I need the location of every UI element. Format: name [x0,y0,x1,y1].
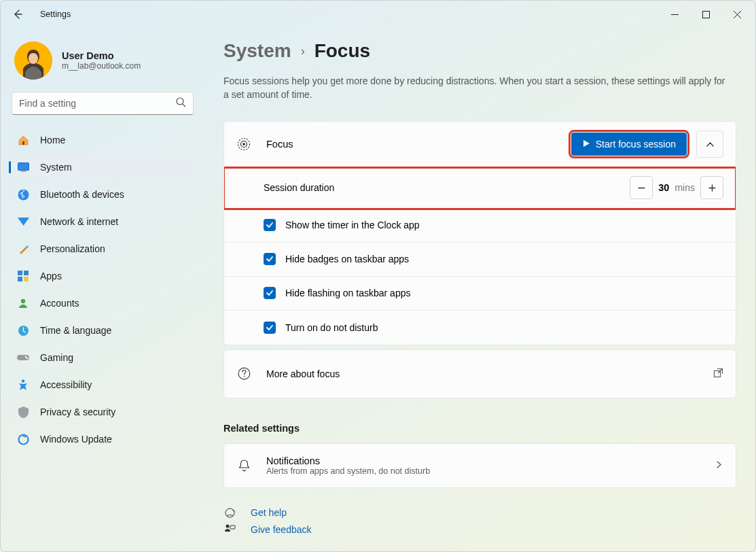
nav-label: Gaming [40,352,73,363]
session-duration-row: Session duration 30 mins [224,168,736,209]
nav-apps[interactable]: Apps [9,263,196,289]
svg-point-21 [242,143,245,145]
nav-home[interactable]: Home [9,127,196,153]
related-settings-heading: Related settings [223,423,736,434]
notifications-subtitle: Alerts from apps and system, do not dist… [266,466,430,476]
nav-label: Privacy & security [40,407,115,417]
svg-rect-4 [22,141,24,145]
collapse-button[interactable] [696,131,723,158]
svg-point-17 [22,379,24,382]
window-controls [659,3,753,25]
svg-point-23 [243,376,245,377]
start-focus-button[interactable]: Start focus session [571,133,687,156]
gaming-icon [17,351,29,364]
personalization-icon [17,243,29,255]
get-help-link[interactable]: Get help [251,507,287,518]
svg-rect-10 [18,277,22,281]
nav-privacy[interactable]: Privacy & security [9,399,196,425]
external-link-icon [713,368,723,380]
option-flashing-row[interactable]: Hide flashing on taskbar apps [224,277,736,311]
duration-unit: mins [674,182,695,193]
main-content: System › Focus Focus sessions help you g… [204,28,755,551]
give-feedback-row[interactable]: Give feedback [223,524,736,549]
svg-rect-0 [702,11,709,18]
play-icon [582,139,590,150]
breadcrumb-current: Focus [314,40,370,62]
option-dnd-row[interactable]: Turn on do not disturb [224,311,736,345]
focus-header-row[interactable]: Focus Start focus session [224,122,736,168]
svg-rect-5 [18,163,29,171]
svg-point-2 [29,53,38,64]
svg-point-16 [26,358,28,359]
time-icon [17,324,29,337]
focus-icon [236,137,251,151]
update-icon [17,433,29,445]
focus-header-label: Focus [266,139,293,150]
decrease-duration-button[interactable] [630,176,653,199]
nav-label: Bluetooth & devices [40,189,124,200]
nav-label: System [40,162,72,173]
minimize-button[interactable] [659,3,690,25]
search-input[interactable] [19,98,176,109]
option-dnd-label: Turn on do not disturb [285,322,378,333]
svg-point-3 [177,98,183,105]
more-about-focus-card[interactable]: More about focus [223,349,736,398]
apps-icon [17,270,29,282]
svg-point-7 [18,189,29,200]
accessibility-icon [17,379,29,391]
checkbox-badges[interactable] [264,253,276,265]
nav-accessibility[interactable]: Accessibility [9,372,196,398]
option-badges-row[interactable]: Hide badges on taskbar apps [224,243,736,277]
nav-label: Time & language [40,325,111,336]
user-block[interactable]: User Demo m__lab@outlook.com [9,37,196,92]
nav-time[interactable]: Time & language [9,317,196,343]
close-button[interactable] [721,3,753,25]
nav-update[interactable]: Windows Update [9,426,196,452]
titlebar: Settings [1,1,755,28]
session-duration-label: Session duration [264,182,334,193]
nav-label: Personalization [40,243,105,254]
avatar [14,41,52,80]
nav-system[interactable]: System [9,154,196,180]
bluetooth-icon [17,188,29,201]
svg-point-15 [25,356,26,358]
help-icon [236,367,251,380]
nav-bluetooth[interactable]: Bluetooth & devices [9,182,196,207]
back-button[interactable] [6,3,29,26]
notifications-card[interactable]: Notifications Alerts from apps and syste… [223,443,736,488]
more-about-focus-label: More about focus [266,368,340,379]
focus-card: Focus Start focus session Session durati… [223,121,736,345]
nav-gaming[interactable]: Gaming [9,345,196,370]
get-help-row[interactable]: Get help [223,507,736,519]
svg-rect-11 [24,277,29,281]
give-feedback-link[interactable]: Give feedback [251,524,312,535]
nav-label: Windows Update [40,434,112,445]
search-icon [176,97,186,110]
checkbox-flashing[interactable] [264,287,276,299]
window-title: Settings [40,10,71,19]
svg-point-26 [226,524,229,528]
svg-rect-9 [24,271,29,275]
duration-value: 30 [658,182,669,193]
checkbox-dnd[interactable] [264,322,276,334]
breadcrumb: System › Focus [223,40,736,62]
svg-rect-27 [230,525,235,529]
chevron-right-icon: › [301,44,305,58]
maximize-button[interactable] [690,3,721,25]
nav: Home System Bluetooth & devices Network … [9,127,196,452]
option-timer-label: Show the timer in the Clock app [285,220,420,230]
increase-duration-button[interactable] [700,176,723,199]
start-focus-label: Start focus session [596,139,676,150]
option-flashing-label: Hide flashing on taskbar apps [285,288,410,298]
notifications-title: Notifications [266,455,430,466]
nav-personalization[interactable]: Personalization [9,236,196,262]
system-icon [17,161,29,173]
breadcrumb-parent[interactable]: System [223,40,291,62]
option-timer-row[interactable]: Show the timer in the Clock app [224,209,736,243]
checkbox-timer[interactable] [264,219,276,231]
svg-rect-6 [21,171,26,172]
search-box[interactable] [12,92,194,115]
nav-accounts[interactable]: Accounts [9,290,196,316]
nav-network[interactable]: Network & internet [9,209,196,235]
support-icon [223,507,236,519]
